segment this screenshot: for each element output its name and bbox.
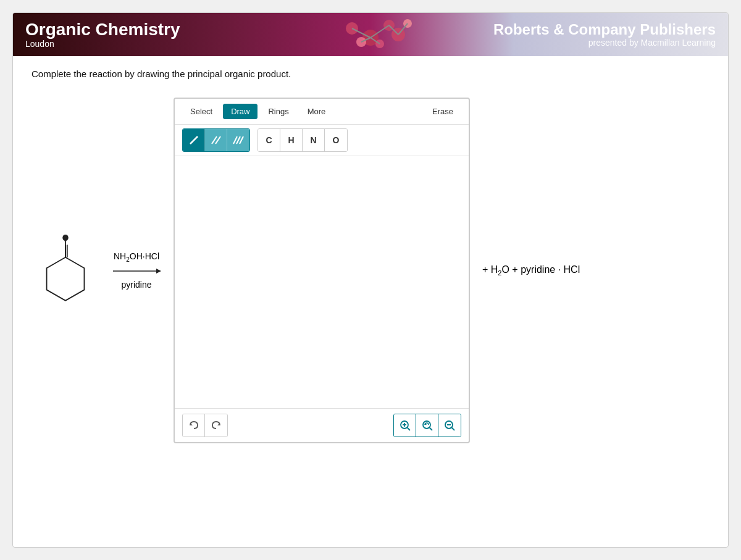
- header: Organic Chemistry Loudon: [13, 13, 728, 56]
- undo-button[interactable]: [183, 414, 205, 437]
- canvas-area[interactable]: [175, 156, 469, 408]
- double-bond-button[interactable]: [205, 129, 227, 151]
- single-bond-button[interactable]: [183, 129, 205, 151]
- main-toolbar: Select Draw Rings More Erase: [175, 99, 469, 125]
- carbon-button[interactable]: C: [258, 129, 280, 151]
- zoom-out-button[interactable]: [438, 414, 461, 437]
- svg-marker-21: [156, 269, 161, 274]
- reagent-line1: NH2OH·HCl: [114, 251, 159, 263]
- draw-panel: Select Draw Rings More Erase: [174, 98, 470, 443]
- header-right: Roberts & Company Publishers presented b…: [493, 22, 716, 48]
- svg-line-22: [190, 136, 198, 144]
- publisher-subtitle: presented by Macmillan Learning: [493, 38, 716, 48]
- instruction-text: Complete the reaction by drawing the pri…: [31, 69, 710, 79]
- zoom-in-button[interactable]: [394, 414, 416, 437]
- main-content: Complete the reaction by drawing the pri…: [13, 56, 728, 456]
- product-text: + H2O + pyridine · HCl: [482, 264, 580, 277]
- page-container: Organic Chemistry Loudon: [12, 12, 729, 548]
- select-button[interactable]: Select: [182, 104, 220, 119]
- reaction-area: O NH2OH·HCl pyridine: [31, 98, 710, 443]
- reagent-line2: pyridine: [121, 280, 151, 290]
- erase-button[interactable]: Erase: [424, 104, 461, 119]
- svg-text:O: O: [62, 233, 69, 242]
- svg-marker-13: [47, 257, 85, 301]
- header-decoration: [303, 16, 438, 56]
- reaction-arrow: [112, 265, 161, 277]
- rings-button[interactable]: Rings: [260, 104, 296, 119]
- oxygen-button[interactable]: O: [325, 129, 347, 151]
- redo-button[interactable]: [205, 414, 227, 437]
- header-left: Organic Chemistry Loudon: [25, 20, 180, 49]
- draw-button[interactable]: Draw: [223, 104, 257, 119]
- bond-group: [182, 128, 250, 152]
- atom-group: C H N O: [257, 128, 348, 152]
- svg-line-39: [452, 428, 455, 431]
- zoom-group: [393, 414, 461, 437]
- bond-toolbar: C H N O: [175, 125, 469, 156]
- reaction-conditions: NH2OH·HCl pyridine: [112, 251, 161, 290]
- undo-redo-group: [182, 414, 228, 437]
- left-structure: O: [31, 233, 99, 307]
- triple-bond-button[interactable]: [227, 129, 249, 151]
- hydrogen-button[interactable]: H: [280, 129, 303, 151]
- header-subtitle: Loudon: [25, 39, 180, 49]
- bottom-toolbar: [175, 408, 469, 442]
- zoom-reset-button[interactable]: [416, 414, 438, 437]
- header-title: Organic Chemistry: [25, 20, 180, 40]
- more-button[interactable]: More: [299, 104, 334, 119]
- svg-line-33: [407, 428, 410, 431]
- nitrogen-button[interactable]: N: [303, 129, 325, 151]
- publisher-title: Roberts & Company Publishers: [493, 22, 716, 38]
- svg-line-36: [429, 428, 432, 431]
- cyclohexanone-svg: O: [31, 233, 99, 307]
